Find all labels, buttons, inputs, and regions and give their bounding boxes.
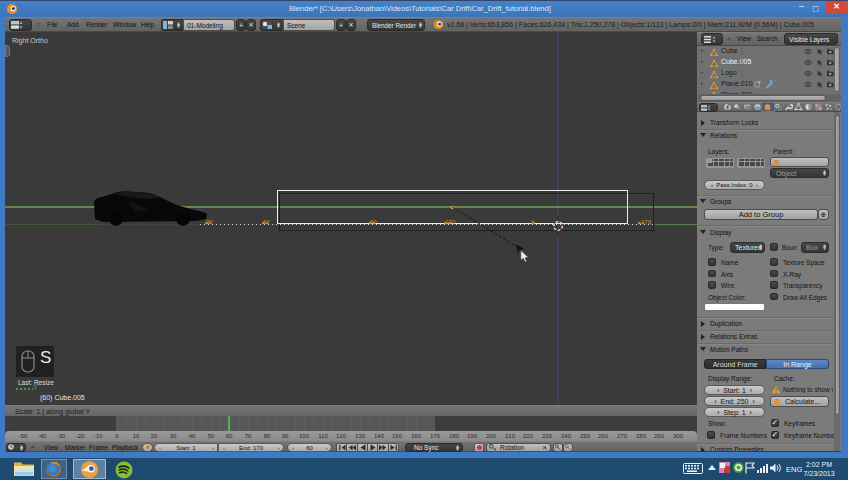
svg-text:!: ! (775, 387, 777, 394)
